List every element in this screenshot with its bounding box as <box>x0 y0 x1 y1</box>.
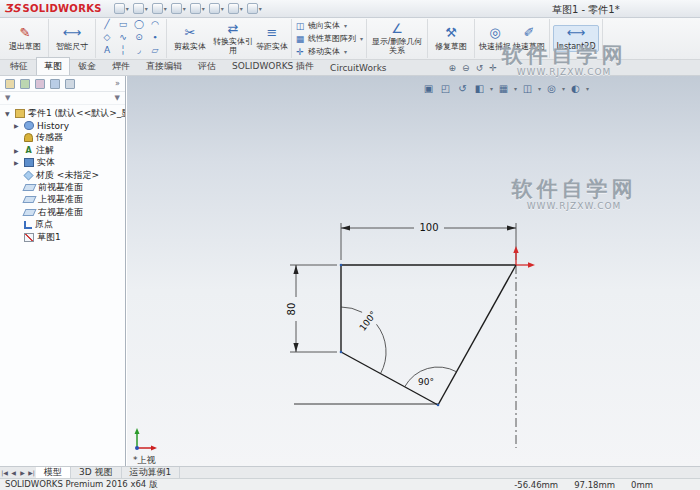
rapid-sketch-button[interactable]: ✐ 快速草图 <box>512 26 546 52</box>
rotate-view-icon[interactable]: ↺ <box>476 63 484 73</box>
tab-motion-study[interactable]: 运动算例1 <box>122 467 181 478</box>
smart-dimension-button[interactable]: ⟷ 智能尺寸 <box>52 26 92 52</box>
tree-item-top-plane[interactable]: 上视基准面 <box>0 194 125 206</box>
chevron-down-icon[interactable]: ▾ <box>259 5 262 12</box>
quick-snaps-icon: ◎ <box>486 26 504 42</box>
dim-arrow-icon <box>507 225 516 230</box>
tree-item-front-plane[interactable]: 前视基准面 <box>0 181 125 193</box>
chevron-down-icon[interactable]: ▾ <box>344 48 347 55</box>
tab-circuitworks[interactable]: CircuitWorks <box>322 60 394 75</box>
tree-item-right-plane[interactable]: 右视基准面 <box>0 206 125 218</box>
open-file-icon[interactable] <box>133 3 144 14</box>
sketch-spline-icon[interactable]: ∿ <box>119 32 127 45</box>
expand-icon[interactable]: ▼ <box>5 110 12 117</box>
chevron-down-icon[interactable]: ▾ <box>221 5 224 12</box>
tab-3d-views[interactable]: 3D 视图 <box>71 467 122 478</box>
sketch-arc-icon[interactable]: ◠ <box>151 19 159 32</box>
dimension-100-label[interactable]: 100 <box>419 222 438 233</box>
dimension-80-label[interactable]: 80 <box>286 303 297 316</box>
rebuild-icon[interactable] <box>228 3 239 14</box>
filter-funnel-icon[interactable]: ▼ <box>5 94 10 102</box>
chevron-down-icon[interactable]: ▾ <box>145 5 148 12</box>
dimxpert-manager-tab-icon[interactable] <box>50 79 60 89</box>
print-icon[interactable] <box>171 3 182 14</box>
chevron-down-icon[interactable]: ▾ <box>202 5 205 12</box>
quick-snaps-button[interactable]: ◎ 快速捕捉 <box>478 26 512 52</box>
property-manager-tab-icon[interactable] <box>20 79 30 89</box>
display-manager-tab-icon[interactable] <box>65 79 75 89</box>
sketch-canvas[interactable]: 100 80 100° 90° <box>127 76 700 466</box>
dimension-80[interactable] <box>290 265 337 352</box>
tree-item-annotations[interactable]: ▶ A 注解 <box>0 144 125 156</box>
dim-arrow-icon <box>293 343 298 352</box>
move-entities-icon: ✛ <box>295 47 305 57</box>
undo-icon[interactable] <box>190 3 201 14</box>
chevron-down-icon[interactable]: ▾ <box>344 22 347 29</box>
save-icon[interactable] <box>152 3 163 14</box>
tab-direct-editing[interactable]: 直接编辑 <box>138 57 190 75</box>
panel-overflow-icon[interactable]: » <box>115 79 120 88</box>
last-tab-icon[interactable]: ▶| <box>27 467 36 478</box>
tab-model[interactable]: 模型 <box>36 467 71 478</box>
angle-100-label[interactable]: 100° <box>357 309 378 332</box>
expand-icon[interactable]: ▶ <box>14 147 21 154</box>
convert-entities-button[interactable]: ⇄ 转换实体引用 <box>210 21 256 56</box>
expand-icon[interactable]: ▶ <box>14 159 21 166</box>
move-entities-button[interactable]: ✛ 移动实体 ▾ <box>295 46 363 57</box>
group-snaps: ◎ 快速捕捉 ✐ 快速草图 <box>475 19 550 58</box>
pan-view-icon[interactable]: ✛ <box>489 63 497 73</box>
select-icon[interactable] <box>209 3 220 14</box>
tab-evaluate[interactable]: 评估 <box>190 57 224 75</box>
tab-weldments[interactable]: 焊件 <box>104 57 138 75</box>
instant2d-toggle[interactable]: ⟷ Instant2D <box>553 25 599 53</box>
expand-icon[interactable]: ▶ <box>14 122 21 129</box>
sketch-polygon-icon[interactable]: ◇ <box>104 32 111 45</box>
tab-sheet-metal[interactable]: 钣金 <box>70 57 104 75</box>
display-relations-button[interactable]: ∠ 显示/删除几何关系 <box>370 21 424 56</box>
sketch-ellipse-icon[interactable]: ⊙ <box>135 32 143 45</box>
zoom-out-icon[interactable]: ⊖ <box>462 63 470 73</box>
repair-sketch-button[interactable]: ⚒ 修复草图 <box>431 26 471 52</box>
sketch-line-icon[interactable]: ╱ <box>104 19 109 32</box>
tree-display-options-icon[interactable]: ▼ <box>115 94 120 102</box>
linear-pattern-button[interactable]: ▦ 线性草图阵列 ▾ <box>295 33 363 44</box>
next-tab-icon[interactable]: ▶ <box>18 467 27 478</box>
new-file-icon[interactable] <box>114 3 125 14</box>
chevron-down-icon[interactable]: ▾ <box>183 5 186 12</box>
tree-item-sketch1[interactable]: 草图1 <box>0 231 125 243</box>
sketch-rectangle-icon[interactable]: ▭ <box>119 19 128 32</box>
chevron-down-icon[interactable]: ▾ <box>126 5 129 12</box>
options-gear-icon[interactable] <box>247 3 258 14</box>
feature-manager-panel: » ▼ ▼ ▼ 零件1 (默认<<默认>_显示状态 ▶ History <box>0 76 126 466</box>
first-tab-icon[interactable]: |◀ <box>0 467 9 478</box>
plane-icon <box>22 209 36 216</box>
tab-sketch[interactable]: 草图 <box>36 57 70 75</box>
featuremanager-tree-tab-icon[interactable] <box>5 79 15 89</box>
chevron-down-icon[interactable]: ▾ <box>360 35 363 42</box>
prev-tab-icon[interactable]: ◀ <box>9 467 18 478</box>
offset-entities-button[interactable]: ≡ 等距实体 <box>256 26 288 52</box>
angle-90-label[interactable]: 90° <box>418 377 434 387</box>
pointer-coordinates: -56.46mm 97.18mm 0mm <box>514 480 653 490</box>
trim-entities-button[interactable]: ✂ 剪裁实体 <box>170 26 210 52</box>
tree-item-history[interactable]: ▶ History <box>0 119 125 131</box>
tab-addins[interactable]: SOLIDWORKS 插件 <box>224 57 322 75</box>
sketch-origin-marker[interactable] <box>513 246 535 268</box>
zoom-in-icon[interactable]: ⊕ <box>449 63 457 73</box>
graphics-viewport[interactable]: ▣ ◰ ↺ ◧▾ ▦▾ ◫▾ ◎▾ ◐▾ 软件自学网 WWW.RJZXW.COM <box>127 76 700 466</box>
configuration-manager-tab-icon[interactable] <box>35 79 45 89</box>
exit-sketch-button[interactable]: ✎ 退出草图 <box>5 26 45 52</box>
tree-item-sensors[interactable]: 传感器 <box>0 132 125 144</box>
sketch-point-icon[interactable]: ∙ <box>152 32 158 45</box>
tab-features[interactable]: 特征 <box>2 57 36 75</box>
tree-item-solid-bodies[interactable]: ▶ 实体 <box>0 157 125 169</box>
chevron-down-icon[interactable]: ▾ <box>240 5 243 12</box>
sketch-lower-right-edge[interactable] <box>438 265 516 405</box>
tree-item-material[interactable]: 材质 <未指定> <box>0 169 125 181</box>
sketch-circle-icon[interactable]: ◯ <box>134 19 144 32</box>
chevron-down-icon[interactable]: ▾ <box>164 5 167 12</box>
group-repair: ⚒ 修复草图 <box>428 19 475 58</box>
mirror-entities-button[interactable]: ◫ 镜向实体 ▾ <box>295 20 363 31</box>
tree-item-origin[interactable]: 原点 <box>0 219 125 231</box>
tree-root[interactable]: ▼ 零件1 (默认<<默认>_显示状态 <box>0 107 125 119</box>
